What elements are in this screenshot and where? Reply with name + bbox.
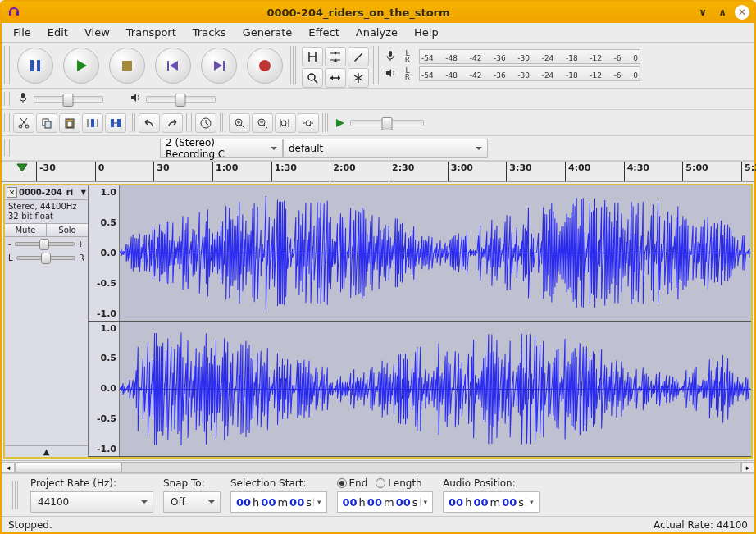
svg-marker-17 (330, 75, 333, 80)
menu-effect[interactable]: Effect (300, 24, 347, 41)
track-menu-dropdown[interactable]: ▼ (81, 189, 86, 196)
toolbar-grip[interactable] (4, 139, 10, 157)
track-name[interactable]: 0000-204_ri (19, 188, 80, 197)
copy-button[interactable] (36, 113, 57, 133)
scroll-right-button[interactable]: ▸ (741, 462, 754, 473)
toolbar-grip[interactable] (186, 113, 192, 132)
track-collapse-button[interactable]: ▲ (5, 445, 88, 457)
project-rate-select[interactable]: 44100 (30, 491, 153, 513)
meters: LR -54-48-42-36-30-24-18-12-60 LR -54-48… (381, 48, 644, 84)
audio-position-input[interactable]: 00 h 00 m 00 s▾ (443, 491, 540, 513)
scroll-thumb[interactable] (16, 463, 122, 472)
track-close-button[interactable]: ✕ (7, 187, 17, 198)
waveform-channel-left[interactable] (120, 185, 751, 321)
menubar: File Edit View Transport Tracks Generate… (2, 23, 754, 43)
toolbar-grip[interactable] (12, 481, 18, 509)
svg-rect-26 (45, 121, 51, 128)
svg-rect-2 (16, 11, 19, 16)
mic-icon (385, 49, 396, 65)
audio-position-label: Audio Position: (443, 477, 540, 489)
fit-selection-button[interactable] (275, 113, 296, 133)
playback-speed-slider[interactable] (350, 120, 424, 126)
trim-button[interactable] (82, 113, 103, 133)
toolbar-grip[interactable] (290, 46, 296, 84)
minimize-button[interactable]: ∨ (695, 5, 710, 20)
vertical-scale[interactable]: 1.00.50.0-0.5-1.0 (89, 185, 120, 321)
menu-file[interactable]: File (5, 24, 39, 41)
menu-view[interactable]: View (76, 24, 118, 41)
toolbar-grip[interactable] (322, 113, 328, 132)
svg-rect-29 (91, 119, 94, 127)
sync-lock-button[interactable] (195, 113, 216, 133)
paste-button[interactable] (59, 113, 80, 133)
toolbar-grip[interactable] (130, 113, 135, 132)
stop-button[interactable] (109, 48, 145, 84)
record-button[interactable] (247, 48, 283, 84)
app-icon (7, 5, 21, 20)
recording-meter[interactable]: -54-48-42-36-30-24-18-12-60 (419, 49, 640, 64)
track-gain-slider[interactable] (15, 242, 75, 246)
vertical-scale[interactable]: 1.00.50.0-0.5-1.0 (89, 322, 120, 457)
menu-help[interactable]: Help (406, 24, 447, 41)
close-button[interactable]: ✕ (735, 5, 749, 20)
svg-line-15 (314, 80, 317, 83)
output-device-select[interactable]: default (283, 139, 488, 158)
selection-tool[interactable] (302, 47, 323, 66)
zoom-tool[interactable] (302, 68, 323, 88)
svg-marker-44 (17, 164, 27, 171)
svg-marker-9 (214, 61, 222, 71)
playback-meter[interactable]: -54-48-42-36-30-24-18-12-60 (419, 66, 640, 81)
draw-tool[interactable] (348, 47, 369, 66)
length-radio[interactable]: Length (376, 477, 421, 489)
toolbar-grip[interactable] (220, 113, 225, 132)
project-rate-label: Project Rate (Hz): (30, 477, 153, 489)
end-radio[interactable]: End (337, 477, 368, 489)
redo-button[interactable] (162, 113, 183, 133)
svg-rect-7 (167, 61, 169, 71)
timeshift-tool[interactable] (325, 68, 346, 88)
scroll-left-button[interactable]: ◂ (2, 462, 15, 473)
playback-volume-slider[interactable] (146, 96, 216, 103)
toolbar-grip[interactable] (4, 46, 10, 84)
menu-edit[interactable]: Edit (39, 24, 76, 41)
selection-start-input[interactable]: 00 h 00 m 00 s▾ (230, 491, 327, 513)
zoom-in-button[interactable] (229, 113, 250, 133)
svg-line-35 (241, 125, 244, 128)
maximize-button[interactable]: ∧ (715, 5, 730, 20)
solo-button[interactable]: Solo (47, 224, 88, 236)
skip-start-button[interactable] (155, 48, 191, 84)
play-button[interactable] (63, 48, 99, 84)
recording-channels-select[interactable]: 2 (Stereo) Recording C (160, 139, 283, 158)
undo-button[interactable] (139, 113, 160, 133)
svg-rect-19 (389, 51, 392, 57)
playhead-flag-icon[interactable] (16, 163, 28, 177)
toolbar-grip[interactable] (4, 113, 10, 132)
mute-button[interactable]: Mute (5, 224, 47, 236)
svg-rect-30 (111, 119, 114, 127)
cut-button[interactable] (13, 113, 34, 133)
selection-toolbar: Project Rate (Hz): 44100 Snap To: Off Se… (2, 473, 754, 516)
horizontal-scrollbar[interactable]: ◂ ▸ (2, 460, 754, 473)
multi-tool[interactable] (348, 68, 369, 88)
waveform-channel-right[interactable] (120, 322, 751, 457)
selection-end-input[interactable]: 00 h 00 m 00 s▾ (337, 491, 434, 513)
snap-to-select[interactable]: Off (163, 491, 221, 513)
menu-generate[interactable]: Generate (235, 24, 301, 41)
svg-rect-1 (9, 11, 11, 16)
fit-project-button[interactable] (298, 113, 319, 133)
zoom-out-button[interactable] (252, 113, 273, 133)
toolbar-grip[interactable] (4, 92, 10, 106)
pause-button[interactable] (17, 48, 53, 84)
timeline-ruler[interactable]: -300301:001:302:002:303:003:304:004:305:… (2, 161, 754, 182)
recording-volume-slider[interactable] (34, 96, 103, 103)
menu-transport[interactable]: Transport (118, 24, 184, 41)
toolbar-grip[interactable] (373, 46, 379, 84)
silence-button[interactable] (105, 113, 126, 133)
envelope-tool[interactable] (325, 47, 346, 66)
svg-point-14 (308, 74, 315, 80)
skip-end-button[interactable] (201, 48, 237, 84)
track-pan-slider[interactable] (16, 256, 75, 260)
menu-tracks[interactable]: Tracks (184, 24, 235, 41)
menu-analyze[interactable]: Analyze (348, 24, 406, 41)
play-at-speed-button[interactable] (331, 113, 349, 133)
